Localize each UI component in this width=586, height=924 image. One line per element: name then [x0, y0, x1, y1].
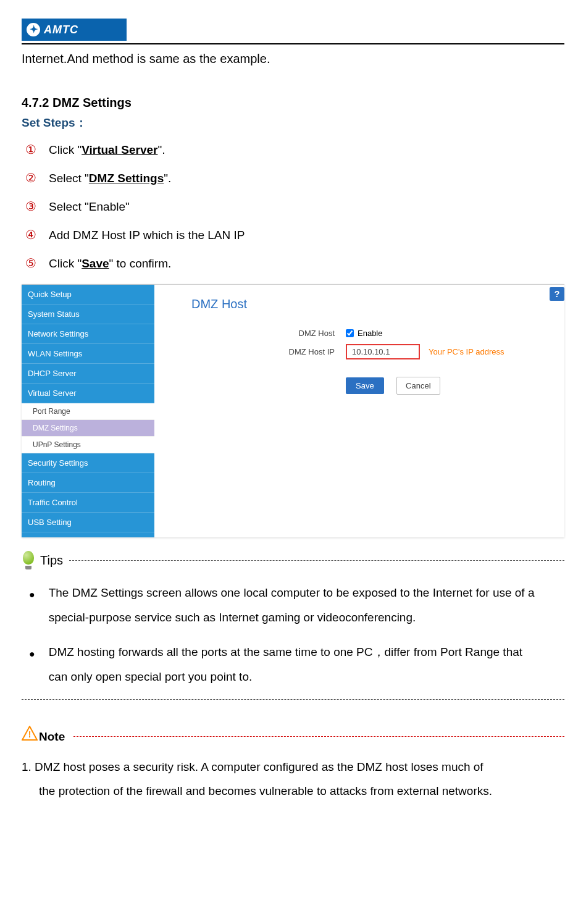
sidebar-item-usb-setting[interactable]: USB Setting — [22, 513, 154, 532]
step-post: ". — [157, 143, 165, 156]
bullet-text: The DMZ Settings screen allows one local… — [49, 581, 564, 630]
tips-dash-line — [69, 560, 564, 561]
step-5: ⑤ Click "Save" to confirm. — [22, 256, 564, 271]
bullet-icon: ● — [29, 644, 35, 689]
enable-text: Enable — [358, 329, 382, 338]
sidebar-item-dhcp-server[interactable]: DHCP Server — [22, 364, 154, 384]
tips-bullet-1: ● The DMZ Settings screen allows one loc… — [22, 581, 564, 630]
sidebar-item-security-settings[interactable]: Security Settings — [22, 453, 154, 473]
step-pre: Select " — [49, 172, 89, 185]
tips-end-dash — [22, 699, 564, 700]
step-number: ② — [22, 170, 40, 185]
ip-annotation: Your PC's IP address — [429, 347, 504, 356]
step-pre: Click " — [49, 257, 82, 270]
sidebar: Quick Setup System Status Network Settin… — [22, 285, 154, 537]
main-pane: ? DMZ Host DMZ Host Enable DMZ Host IP 1… — [154, 285, 564, 537]
sidebar-item-quick-setup[interactable]: Quick Setup — [22, 285, 154, 304]
sidebar-sub-port-range[interactable]: Port Range — [22, 403, 154, 420]
section-heading: 4.7.2 DMZ Settings — [22, 96, 564, 110]
pane-title: DMZ Host — [191, 297, 546, 311]
sidebar-item-network-settings[interactable]: Network Settings — [22, 324, 154, 344]
step-number: ③ — [22, 199, 40, 214]
step-link-dmz-settings: DMZ Settings — [89, 172, 164, 185]
logo-icon: ✦ — [27, 23, 40, 36]
intro-text: Internet.And method is same as the examp… — [22, 52, 564, 66]
sidebar-item-routing[interactable]: Routing — [22, 473, 154, 493]
note-line-1: 1. DMZ host poses a security risk. A com… — [22, 760, 483, 773]
note-line-2: the protection of the firewall and becom… — [22, 779, 564, 804]
step-post: ". — [164, 172, 171, 185]
step-number: ⑤ — [22, 256, 40, 271]
step-4: ④ Add DMZ Host IP which is the LAN IP — [22, 227, 564, 242]
note-dash-line — [73, 736, 564, 737]
svg-text:!: ! — [28, 729, 31, 739]
warning-icon: ! — [22, 726, 38, 741]
label-dmz-host-ip: DMZ Host IP — [247, 347, 346, 356]
step-number: ④ — [22, 227, 40, 242]
step-link-save: Save — [82, 257, 109, 270]
enable-checkbox[interactable] — [346, 329, 354, 337]
sidebar-sub-dmz-settings[interactable]: DMZ Settings — [22, 420, 154, 437]
step-2: ② Select "DMZ Settings". — [22, 170, 564, 185]
sidebar-item-virtual-server[interactable]: Virtual Server — [22, 384, 154, 403]
bullet-text-a: DMZ hosting forwards all the ports at th… — [49, 645, 522, 658]
step-1: ① Click "Virtual Server". — [22, 142, 564, 157]
step-text: Add DMZ Host IP which is the LAN IP — [49, 229, 245, 242]
step-post: " to confirm. — [109, 257, 172, 270]
tips-label: Tips — [40, 553, 63, 568]
cancel-button[interactable]: Cancel — [396, 377, 440, 395]
sidebar-item-system-status[interactable]: System Status — [22, 304, 154, 324]
bullet-text-b: can only open special port you point to. — [49, 670, 253, 683]
logo-text: AMTC — [44, 23, 78, 36]
brand-logo: ✦ AMTC — [22, 19, 127, 41]
sidebar-item-traffic-control[interactable]: Traffic Control — [22, 493, 154, 513]
bullet-icon: ● — [29, 584, 35, 630]
lightbulb-icon — [22, 551, 35, 569]
save-button[interactable]: Save — [346, 377, 384, 394]
note-label: Note — [39, 730, 65, 744]
top-divider — [22, 43, 564, 44]
step-pre: Click " — [49, 143, 82, 156]
step-3: ③ Select "Enable" — [22, 199, 564, 214]
sidebar-sub-upnp-settings[interactable]: UPnP Settings — [22, 437, 154, 453]
dmz-host-ip-input[interactable]: 10.10.10.1 — [346, 344, 420, 359]
step-link-virtual-server: Virtual Server — [82, 143, 157, 156]
label-dmz-host: DMZ Host — [247, 329, 346, 338]
step-number: ① — [22, 142, 40, 157]
router-screenshot: Quick Setup System Status Network Settin… — [22, 284, 564, 537]
note-body: 1. DMZ host poses a security risk. A com… — [22, 755, 564, 804]
step-text: Select "Enable" — [49, 200, 130, 214]
set-steps-label: Set Steps： — [22, 115, 564, 131]
sidebar-item-wlan-settings[interactable]: WLAN Settings — [22, 344, 154, 364]
tips-bullet-2: ● DMZ hosting forwards all the ports at … — [22, 640, 564, 689]
help-icon[interactable]: ? — [550, 287, 564, 301]
